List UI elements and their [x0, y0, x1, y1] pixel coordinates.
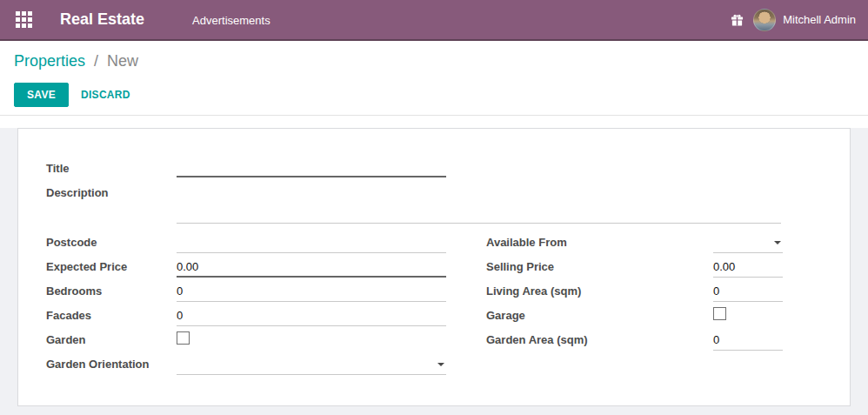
caret-down-icon [437, 363, 444, 366]
field-label-postcode: Postcode [46, 234, 177, 251]
save-button[interactable]: SAVE [14, 83, 69, 107]
available-from-input[interactable] [713, 236, 783, 253]
avatar [753, 9, 776, 31]
garage-field [713, 307, 783, 325]
topbar-right: Mitchell Admin [731, 9, 868, 31]
selling-price-input[interactable] [713, 260, 783, 278]
field-label-bedrooms: Bedrooms [46, 283, 177, 300]
field-row-garden: Garden [46, 331, 446, 349]
garage-checkbox[interactable] [713, 307, 726, 320]
garden-area-field [713, 331, 783, 349]
field-row-title: Title [46, 160, 822, 178]
field-label-garage: Garage [486, 307, 713, 325]
expected-price-input[interactable] [177, 260, 446, 278]
field-label-selling-price: Selling Price [486, 258, 713, 276]
gift-icon[interactable] [731, 13, 744, 27]
field-label-expected-price: Expected Price [46, 258, 177, 276]
top-navbar: Real Estate Advertisements Mitchell Admi… [0, 0, 868, 41]
form-grid: Postcode Expected Price Bedrooms [46, 234, 822, 380]
garden-orientation-select[interactable] [177, 358, 446, 375]
living-area-field [713, 283, 783, 300]
field-row-garden-area: Garden Area (sqm) [486, 331, 783, 349]
control-panel: Properties / New SAVE DISCARD [0, 41, 868, 116]
form-sheet: Title Description Postcode Expected Pric… [17, 128, 851, 406]
facades-input[interactable] [177, 309, 446, 326]
field-row-postcode: Postcode [46, 234, 446, 251]
menu-item-advertisements[interactable]: Advertisements [192, 14, 270, 27]
field-label-available-from: Available From [486, 234, 713, 251]
field-label-garden: Garden [46, 331, 177, 349]
field-row-expected-price: Expected Price [46, 258, 446, 276]
app-name[interactable]: Real Estate [60, 10, 144, 29]
field-label-garden-area: Garden Area (sqm) [486, 331, 713, 349]
expected-price-field [177, 258, 446, 276]
breadcrumb-current: New [107, 52, 138, 70]
available-from-field [713, 234, 783, 251]
user-name: Mitchell Admin [783, 13, 856, 26]
field-label-garden-orientation: Garden Orientation [46, 356, 177, 373]
field-row-selling-price: Selling Price [486, 258, 783, 276]
discard-button[interactable]: DISCARD [70, 84, 141, 106]
action-buttons: SAVE DISCARD [14, 83, 854, 107]
living-area-input[interactable] [713, 284, 783, 302]
content-area: Title Description Postcode Expected Pric… [0, 128, 868, 415]
field-label-description: Description [46, 184, 177, 224]
selling-price-field [713, 258, 783, 276]
bedrooms-field [177, 283, 446, 300]
form-column-right: Available From Selling Price Living Area… [486, 234, 783, 380]
title-input[interactable] [177, 160, 446, 177]
facades-field [177, 307, 446, 325]
top-menu: Advertisements [192, 12, 270, 28]
caret-down-icon [774, 241, 781, 244]
field-row-bedrooms: Bedrooms [46, 283, 446, 300]
garden-field [177, 331, 446, 349]
field-row-garden-orientation: Garden Orientation [46, 356, 446, 373]
garden-area-input[interactable] [713, 333, 783, 351]
bedrooms-input[interactable] [177, 284, 446, 302]
field-row-facades: Facades [46, 307, 446, 325]
field-label-living-area: Living Area (sqm) [486, 283, 713, 300]
apps-grid-icon [16, 11, 32, 28]
apps-menu-button[interactable] [14, 10, 34, 30]
garden-checkbox[interactable] [177, 331, 190, 345]
user-menu[interactable]: Mitchell Admin [753, 9, 856, 31]
postcode-field [177, 234, 446, 251]
garden-orientation-field [177, 356, 446, 373]
field-row-available-from: Available From [486, 234, 783, 251]
breadcrumb: Properties / New [14, 50, 854, 71]
field-row-garage: Garage [486, 307, 783, 325]
postcode-input[interactable] [177, 236, 446, 253]
field-label-facades: Facades [46, 307, 177, 325]
field-row-living-area: Living Area (sqm) [486, 283, 783, 300]
breadcrumb-properties[interactable]: Properties [14, 52, 85, 70]
description-input[interactable] [177, 184, 781, 224]
field-label-title: Title [46, 160, 177, 178]
breadcrumb-separator: / [94, 52, 98, 70]
form-column-left: Postcode Expected Price Bedrooms [46, 234, 446, 380]
field-row-description: Description [46, 184, 822, 224]
